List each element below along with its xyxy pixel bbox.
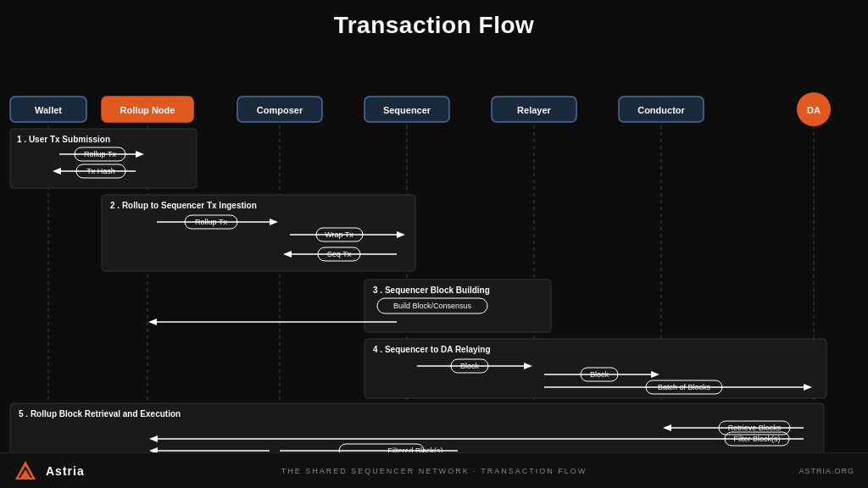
svg-text:Filter Block(s): Filter Block(s) xyxy=(733,435,780,443)
svg-text:4 .  Sequencer to DA Relaying: 4 . Sequencer to DA Relaying xyxy=(373,345,491,354)
svg-text:Batch of Blocks: Batch of Blocks xyxy=(658,383,711,391)
svg-text:Relayer: Relayer xyxy=(517,105,551,115)
svg-text:Build Block/Consensus: Build Block/Consensus xyxy=(393,302,472,310)
svg-text:Rollup Node: Rollup Node xyxy=(120,105,175,115)
svg-text:Block: Block xyxy=(460,362,480,370)
svg-text:Sequencer: Sequencer xyxy=(383,105,431,115)
page-title: Transaction Flow xyxy=(0,0,868,39)
svg-text:DA: DA xyxy=(807,105,821,115)
astria-logo xyxy=(14,459,37,483)
svg-text:Wallet: Wallet xyxy=(35,105,62,115)
svg-text:Composer: Composer xyxy=(257,105,303,115)
svg-text:Seq Tx: Seq Tx xyxy=(327,250,352,258)
svg-text:2 .  Rollup to Sequencer Tx In: 2 . Rollup to Sequencer Tx Ingestion xyxy=(110,201,257,210)
footer-left: Astria xyxy=(14,459,85,483)
flow-diagram: Wallet Rollup Node Composer Sequencer Re… xyxy=(0,44,868,459)
footer-brand: Astria xyxy=(46,464,85,478)
svg-text:Conductor: Conductor xyxy=(637,105,685,115)
svg-text:1 .  User Tx Submission: 1 . User Tx Submission xyxy=(17,135,110,144)
svg-text:Retrieve Blocks: Retrieve Blocks xyxy=(728,424,782,432)
footer-website: ASTRIA.ORG xyxy=(798,467,854,475)
main-container: Transaction Flow Wallet Rollup Node Comp… xyxy=(0,0,868,488)
svg-text:Wrap Tx: Wrap Tx xyxy=(325,230,353,239)
footer-tagline: THE SHARED SEQUENCER NETWORK · TRANSACTI… xyxy=(281,467,587,475)
svg-marker-50 xyxy=(148,319,157,325)
svg-text:3 .  Sequencer Block Building: 3 . Sequencer Block Building xyxy=(373,286,490,295)
svg-text:5 .  Rollup Block Retrieval an: 5 . Rollup Block Retrieval and Execution xyxy=(19,409,181,419)
svg-text:Tx Hash: Tx Hash xyxy=(86,167,115,175)
svg-text:Block: Block xyxy=(590,370,609,379)
svg-text:Rollup Tx: Rollup Tx xyxy=(195,218,227,226)
footer: Astria THE SHARED SEQUENCER NETWORK · TR… xyxy=(0,452,868,488)
svg-text:Rollup Tx: Rollup Tx xyxy=(84,150,116,158)
